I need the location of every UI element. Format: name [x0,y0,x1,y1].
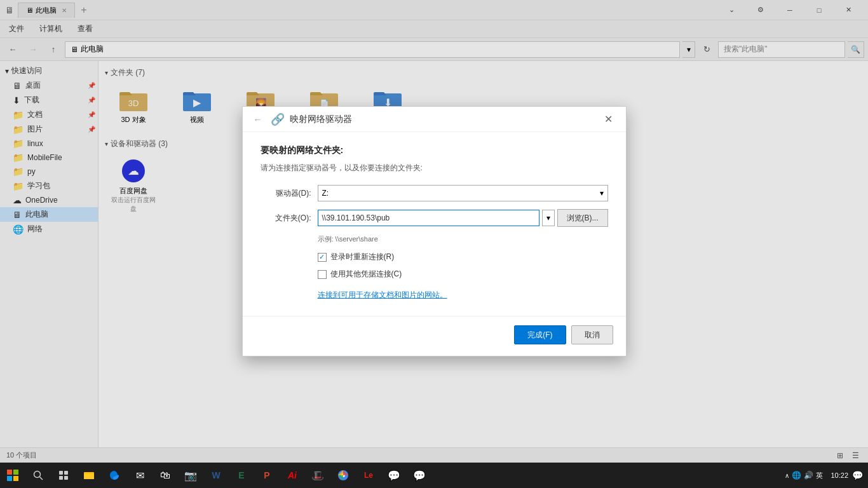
svg-rect-15 [13,476,18,481]
other-credentials-checkbox-label: 使用其他凭据连接(C) [330,269,402,280]
taskbar-powerpoint-icon[interactable]: P [254,463,280,488]
drive-select[interactable]: Z: ▾ [318,185,608,201]
taskbar-adobe-icon[interactable]: Ai [280,463,305,488]
tray-network-icon[interactable]: 🌐 [792,471,801,480]
svg-point-16 [34,471,41,478]
dialog-section-title: 要映射的网络文件夹: [261,145,608,156]
tray-expand-icon[interactable]: ∧ [785,472,789,479]
drive-dropdown-icon: ▾ [600,189,604,198]
finish-button[interactable]: 完成(F) [514,325,566,344]
svg-rect-21 [64,476,68,480]
drive-form-row: 驱动器(D): Z: ▾ [261,185,608,201]
browse-button[interactable]: 浏览(B)... [557,209,608,227]
dialog-close-button[interactable]: ✕ [599,110,618,129]
drive-label: 驱动器(D): [261,188,311,199]
dialog-title-bar: ← 🔗 映射网络驱动器 ✕ [243,107,626,132]
drive-control-wrapper: Z: ▾ [318,185,608,201]
dialog-title-icon: 🔗 [271,112,285,126]
taskbar-qq-icon[interactable]: 💬 [381,463,407,488]
taskbar-edge-icon[interactable] [102,463,127,488]
taskbar-lenovo-icon[interactable]: Le [356,463,381,488]
taskbar-explorer-icon[interactable] [76,463,102,488]
svg-rect-12 [7,470,12,475]
taskbar: ✉ 🛍 📷 W E P Ai 🎩 Le 💬 💬 ∧ 🌐 🔊 英 10:22 💬 [0,463,868,488]
reconnect-checkbox-label: 登录时重新连接(R) [330,252,395,262]
reconnect-checkbox[interactable] [318,253,327,262]
dialog-description: 请为连接指定驱动器号，以及你要连接的文件夹: [261,163,608,173]
folder-dropdown[interactable]: ▾ [542,210,555,226]
start-button[interactable] [0,463,25,488]
search-taskbar-button[interactable] [25,463,51,488]
taskbar-store-icon[interactable]: 🛍 [153,463,178,488]
task-view-button[interactable] [51,463,76,488]
notification-icon[interactable]: 💬 [852,470,863,480]
dialog-back-button[interactable]: ← [250,112,266,127]
taskbar-excel-icon[interactable]: E [229,463,254,488]
cancel-button[interactable]: 取消 [571,325,613,344]
svg-rect-20 [59,476,63,480]
dialog-title-text: 映射网络驱动器 [290,114,352,125]
svg-rect-19 [64,471,68,475]
storage-link[interactable]: 连接到可用于存储文档和图片的网站。 [318,290,447,301]
tray-volume-icon[interactable]: 🔊 [804,471,813,480]
svg-line-17 [40,477,43,480]
tray-language-icon[interactable]: 英 [816,471,823,480]
svg-rect-14 [7,476,12,481]
taskbar-photos-icon[interactable]: 📷 [178,463,203,488]
dialog-overlay: ← 🔗 映射网络驱动器 ✕ 要映射的网络文件夹: 请为连接指定驱动器号，以及你要… [0,0,868,463]
taskbar-wechat-icon[interactable]: 💬 [407,463,432,488]
taskbar-word-icon[interactable]: W [203,463,229,488]
dialog-body: 要映射的网络文件夹: 请为连接指定驱动器号，以及你要连接的文件夹: 驱动器(D)… [243,132,626,316]
clock-time: 10:22 [831,471,848,479]
folder-value: \\39.101.190.53\pub [322,214,390,222]
taskbar-chrome-icon[interactable] [330,463,356,488]
dialog-footer: 完成(F) 取消 [243,316,626,356]
folder-control-wrapper: \\39.101.190.53\pub ▾ 浏览(B)... [318,209,608,227]
other-credentials-checkbox[interactable] [318,270,327,279]
taskbar-redhat-icon[interactable]: 🎩 [305,463,330,488]
other-credentials-checkbox-row: 使用其他凭据连接(C) [318,269,608,280]
svg-rect-18 [59,471,63,475]
taskbar-mail-icon[interactable]: ✉ [127,463,153,488]
reconnect-checkbox-row: 登录时重新连接(R) [318,252,608,262]
drive-value: Z: [322,189,329,198]
taskbar-clock[interactable]: 10:22 [831,471,848,479]
folder-input[interactable]: \\39.101.190.53\pub [318,210,539,226]
map-network-drive-dialog: ← 🔗 映射网络驱动器 ✕ 要映射的网络文件夹: 请为连接指定驱动器号，以及你要… [242,106,627,356]
folder-form-row: 文件夹(O): \\39.101.190.53\pub ▾ 浏览(B)... [261,209,608,227]
folder-hint: 示例: \\server\share [318,234,608,244]
folder-label: 文件夹(O): [261,213,311,224]
taskbar-tray: ∧ 🌐 🔊 英 10:22 💬 [781,470,868,480]
svg-rect-13 [13,470,18,475]
folder-dropdown-icon: ▾ [546,214,550,222]
system-tray: ∧ 🌐 🔊 英 [781,471,827,480]
